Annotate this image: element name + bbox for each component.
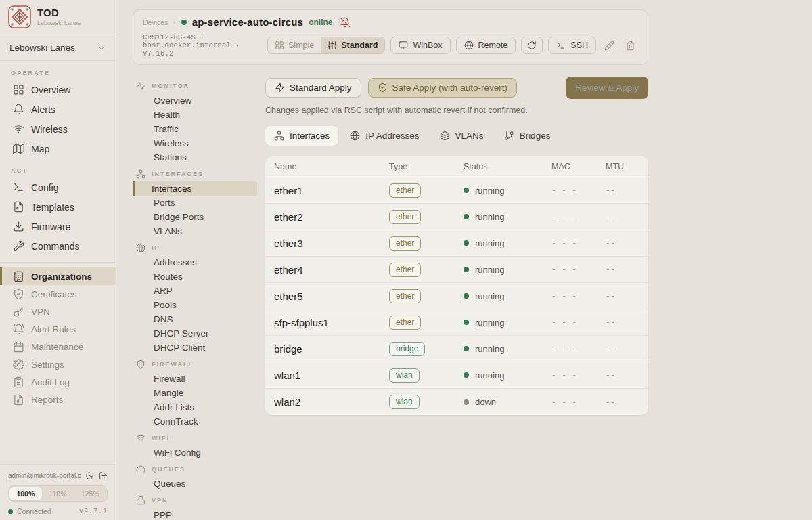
subnav-section-vpn: VPN — [133, 491, 257, 508]
interface-name: ether4 — [274, 264, 389, 276]
subnav-item-queues[interactable]: Queues — [133, 477, 257, 491]
zoom-125-button[interactable]: 125% — [74, 487, 106, 500]
status-label: running — [475, 265, 504, 275]
apply-toolbar: Standard Apply Safe Apply (with auto-rev… — [265, 77, 648, 99]
subnav-item-ports[interactable]: Ports — [133, 196, 257, 210]
table-row[interactable]: ether3 ether running - - - -- — [265, 230, 648, 257]
table-row[interactable]: ether2 ether running - - - -- — [265, 204, 648, 230]
edit-device-button[interactable] — [602, 38, 617, 53]
sidebar-item-certificates[interactable]: Certificates — [0, 285, 116, 303]
table-row[interactable]: ether4 ether running - - - -- — [265, 257, 648, 283]
table-row[interactable]: bridge bridge running - - - -- — [265, 336, 648, 362]
layers-icon — [440, 131, 450, 141]
delete-device-button[interactable] — [623, 38, 638, 53]
logout-icon[interactable] — [99, 471, 108, 480]
subnav-item-routes[interactable]: Routes — [133, 269, 257, 284]
subnav-item-ppp[interactable]: PPP — [133, 508, 257, 520]
sidebar-item-commands[interactable]: Commands — [0, 236, 116, 256]
zoom-100-button[interactable]: 100% — [9, 487, 42, 500]
calendar-icon — [13, 341, 24, 353]
org-selector[interactable]: Lebowski Lanes — [0, 35, 116, 61]
type-badge: ether — [389, 289, 421, 303]
safe-apply-button[interactable]: Safe Apply (with auto-revert) — [368, 78, 517, 98]
subnav-item-dns[interactable]: DNS — [133, 312, 257, 326]
mac-cell: - - - — [551, 213, 606, 221]
online-badge: online — [309, 18, 332, 27]
sidebar-item-map[interactable]: Map — [0, 139, 116, 158]
primary-sidebar: TOD Lebowski Lanes Lebowski Lanes OPERAT… — [0, 0, 116, 520]
sidebar-item-organizations[interactable]: Organizations — [0, 267, 116, 285]
sidebar-item-maintenance[interactable]: Maintenance — [0, 338, 116, 355]
status-label: running — [475, 186, 504, 196]
view-mode-standard-button[interactable]: Standard — [321, 37, 384, 53]
subnav-item-wifi-config[interactable]: WiFi Config — [133, 446, 257, 460]
moon-icon[interactable] — [85, 471, 94, 480]
subnav-item-dhcp-client[interactable]: DHCP Client — [133, 341, 257, 355]
winbox-button[interactable]: WinBox — [390, 37, 450, 54]
tab-label: VLANs — [455, 131, 484, 141]
sidebar-item-settings[interactable]: Settings — [0, 355, 116, 373]
remote-button[interactable]: Remote — [456, 37, 516, 54]
subnav-item-overview[interactable]: Overview — [133, 93, 257, 108]
pencil-icon — [604, 41, 614, 51]
sidebar-item-firmware[interactable]: Firmware — [0, 217, 116, 236]
globe-icon — [350, 131, 360, 141]
table-row[interactable]: wlan2 wlan down - - - -- — [265, 389, 648, 415]
sidebar-item-config[interactable]: Config — [0, 177, 116, 197]
subnav-item-addr-lists[interactable]: Addr Lists — [133, 400, 257, 414]
subnav-item-interfaces[interactable]: Interfaces — [133, 181, 257, 196]
review-apply-button[interactable]: Review & Apply — [566, 77, 648, 99]
col-type: Type — [389, 162, 464, 171]
sidebar-item-vpn[interactable]: VPN — [0, 303, 116, 320]
device-name: ap-service-auto-circus — [192, 16, 303, 28]
status-dot — [464, 320, 469, 325]
standard-apply-button[interactable]: Standard Apply — [265, 78, 361, 98]
subnav-item-mangle[interactable]: Mangle — [133, 386, 257, 400]
sidebar-item-overview[interactable]: Overview — [0, 80, 116, 100]
subnav-section-wifi: WIFI — [133, 429, 257, 446]
subnav-item-pools[interactable]: Pools — [133, 298, 257, 312]
table-row[interactable]: sfp-sfpplus1 ether running - - - -- — [265, 309, 648, 336]
subnav-item-addresses[interactable]: Addresses — [133, 255, 257, 269]
tab-interfaces[interactable]: Interfaces — [265, 126, 338, 146]
table-row[interactable]: wlan1 wlan running - - - -- — [265, 362, 648, 389]
subnav-item-stations[interactable]: Stations — [133, 150, 257, 165]
subnav-item-firewall[interactable]: Firewall — [133, 372, 257, 386]
type-badge: wlan — [389, 368, 420, 383]
status-dot — [464, 240, 469, 246]
bell-off-icon[interactable] — [340, 17, 351, 28]
subnav-item-arp[interactable]: ARP — [133, 284, 257, 298]
type-badge: ether — [389, 263, 421, 277]
sidebar-item-wireless[interactable]: Wireless — [0, 119, 116, 139]
building-icon — [13, 271, 24, 282]
table-row[interactable]: ether1 ether running - - - -- — [265, 177, 648, 204]
sidebar-item-audit-log[interactable]: Audit Log — [0, 373, 116, 391]
terminal-icon — [13, 181, 24, 193]
sidebar-item-reports[interactable]: Reports — [0, 391, 116, 408]
ssh-button[interactable]: SSH — [548, 37, 596, 54]
subnav-item-dhcp-server[interactable]: DHCP Server — [133, 326, 257, 341]
subnav-item-conntrack[interactable]: ConnTrack — [133, 414, 257, 429]
subnav-item-bridge-ports[interactable]: Bridge Ports — [133, 210, 257, 224]
tab-ip-addresses[interactable]: IP Addresses — [341, 126, 428, 146]
subnav-item-health[interactable]: Health — [133, 108, 257, 122]
view-mode-simple-button[interactable]: Simple — [268, 37, 321, 53]
sidebar-item-alerts[interactable]: Alerts — [0, 100, 116, 119]
trash-icon — [625, 41, 635, 51]
sidebar-item-templates[interactable]: Templates — [0, 197, 116, 217]
type-badge: ether — [389, 183, 421, 198]
tab-bridges[interactable]: Bridges — [495, 126, 560, 146]
subnav-item-wireless[interactable]: Wireless — [133, 136, 257, 150]
mac-cell: - - - — [551, 292, 606, 300]
app-version: v9.7.1 — [79, 508, 108, 515]
table-row[interactable]: ether5 ether running - - - -- — [265, 283, 648, 309]
zoom-110-button[interactable]: 110% — [42, 487, 74, 500]
subnav-section-interfaces: INTERFACES — [133, 165, 257, 181]
refresh-button[interactable] — [521, 37, 543, 54]
sidebar-item-alert-rules[interactable]: Alert Rules — [0, 320, 116, 338]
subnav-section-firewall: FIREWALL — [133, 355, 257, 372]
tab-vlans[interactable]: VLANs — [431, 126, 493, 146]
subnav-item-traffic[interactable]: Traffic — [133, 122, 257, 136]
breadcrumb[interactable]: Devices — [143, 18, 168, 26]
subnav-item-vlans[interactable]: VLANs — [133, 224, 257, 238]
